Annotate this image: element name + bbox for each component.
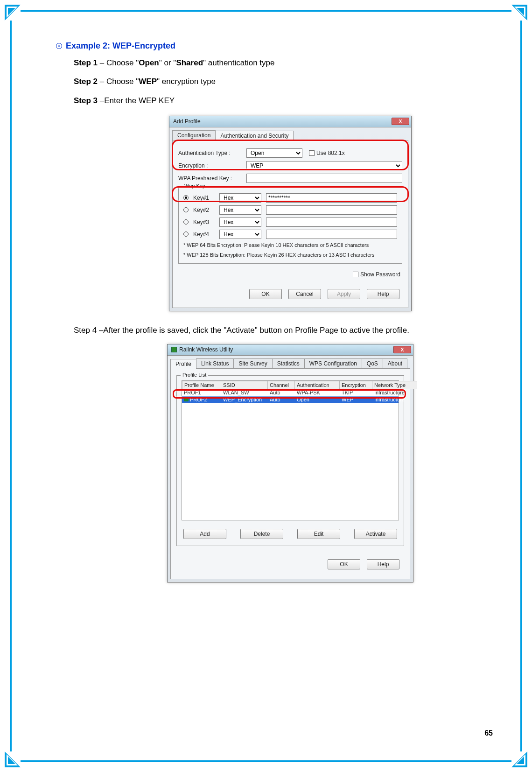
key2-radio[interactable] — [183, 207, 189, 212]
auth-type-select[interactable]: Open — [246, 148, 302, 158]
apply-button: Apply — [328, 289, 360, 299]
tab-site-survey[interactable]: Site Survey — [233, 358, 272, 368]
help-button[interactable]: Help — [367, 559, 399, 569]
step-2: Step 2 – Choose "WEP" encryption type — [74, 74, 495, 89]
wep-hint-64: * WEP 64 Bits Encryption: Please Keyin 1… — [183, 242, 397, 249]
key1-format-select[interactable]: Hex — [219, 193, 261, 203]
key4-format-select[interactable]: Hex — [219, 230, 261, 239]
close-icon[interactable]: X — [393, 346, 411, 353]
key3-input[interactable] — [266, 218, 397, 227]
tab-auth-security[interactable]: Authentication and Security — [215, 131, 294, 140]
profile-list[interactable]: Profile Name SSID Channel Authentication… — [182, 380, 399, 520]
step-4: Step 4 –After the profile is saved, clic… — [74, 323, 495, 338]
profile-list-legend: Profile List — [181, 372, 208, 378]
corner-br-icon — [511, 751, 527, 767]
wep-key-legend: Wep Key — [182, 183, 207, 189]
wep-hint-128: * WEP 128 Bits Encryption: Please Keyin … — [183, 252, 397, 259]
tab-qos[interactable]: QoS — [362, 358, 383, 368]
svg-marker-11 — [517, 757, 524, 764]
profile-list-group: Profile List Profile Name SSID Channel A… — [176, 375, 404, 546]
example-heading-text: Example 2: WEP-Encrypted — [66, 41, 175, 51]
step-1: Step 1 – Choose "Open" or "Shared" authe… — [74, 56, 495, 70]
tab-about[interactable]: About — [383, 358, 407, 368]
key2-format-select[interactable]: Hex — [219, 205, 261, 215]
key2-label: Key#2 — [193, 207, 215, 213]
key3-format-select[interactable]: Hex — [219, 218, 261, 227]
tab-configuration[interactable]: Configuration — [172, 130, 216, 140]
active-profile-icon — [184, 397, 189, 401]
close-icon[interactable]: X — [392, 118, 409, 125]
ralink-utility-dialog: Ralink Wireless Utility X Profile Link S… — [167, 344, 413, 583]
cancel-button[interactable]: Cancel — [288, 289, 321, 299]
tab-link-status[interactable]: Link Status — [196, 358, 234, 368]
tab-wps[interactable]: WPS Configuration — [304, 358, 362, 368]
show-password-checkbox[interactable]: Show Password — [353, 271, 400, 278]
key3-radio[interactable] — [183, 219, 189, 225]
encryption-label: Encryption : — [178, 162, 244, 169]
help-button[interactable]: Help — [367, 289, 399, 299]
psk-input[interactable] — [246, 174, 402, 183]
add-profile-dialog: Add Profile X Configuration Authenticati… — [169, 116, 412, 311]
corner-tl-icon — [5, 5, 21, 21]
example-heading: Example 2: WEP-Encrypted — [56, 41, 495, 51]
app-icon — [171, 347, 177, 352]
key4-input[interactable] — [266, 230, 397, 239]
corner-tr-icon — [511, 5, 527, 21]
encryption-select[interactable]: WEP — [246, 161, 402, 170]
key2-input[interactable] — [266, 205, 397, 215]
activate-button[interactable]: Activate — [354, 529, 397, 539]
page-number: 65 — [484, 729, 493, 737]
dialog2-title: Ralink Wireless Utility — [179, 346, 233, 353]
tab-statistics[interactable]: Statistics — [272, 358, 305, 368]
tab-profile[interactable]: Profile — [170, 359, 196, 369]
add-button[interactable]: Add — [183, 529, 226, 539]
key1-label: Key#1 — [193, 195, 215, 201]
key1-radio[interactable] — [183, 195, 189, 200]
key1-input[interactable] — [266, 193, 397, 203]
key4-label: Key#4 — [193, 231, 215, 238]
edit-button[interactable]: Edit — [297, 529, 340, 539]
step-3: Step 3 –Enter the WEP KEY — [74, 93, 495, 108]
use-8021x-checkbox[interactable]: Use 802.1x — [309, 150, 345, 156]
key4-radio[interactable] — [183, 232, 189, 237]
table-row[interactable]: PROF1 WLAN_SW Auto WPA-PSK TKIP Infrastr… — [182, 389, 399, 396]
delete-button[interactable]: Delete — [240, 529, 283, 539]
key3-label: Key#3 — [193, 219, 215, 225]
auth-type-label: Authentication Type : — [178, 150, 244, 156]
profile-list-header: Profile Name SSID Channel Authentication… — [182, 381, 399, 389]
ok-button[interactable]: OK — [249, 289, 282, 299]
psk-label: WPA Preshared Key : — [178, 175, 244, 182]
corner-bl-icon — [5, 751, 21, 767]
dialog-title: Add Profile — [173, 118, 201, 125]
wep-key-group: Wep Key Key#1 Hex Key#2 Hex — [178, 186, 402, 264]
svg-marker-2 — [8, 8, 15, 15]
table-row[interactable]: PROF2 WEP_Encryption Auto Open WEP Infra… — [182, 396, 399, 403]
bullet-icon — [56, 43, 62, 49]
ok-button[interactable]: OK — [328, 559, 360, 569]
